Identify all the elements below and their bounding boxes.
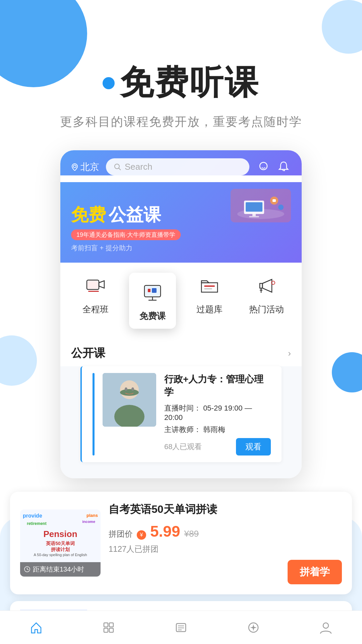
svg-rect-14 xyxy=(88,291,99,292)
quick-menu: 全程班 免费课 xyxy=(60,263,302,339)
list-icon xyxy=(174,621,188,634)
megaphone-icon xyxy=(253,273,280,300)
menu-item-hot-activity[interactable]: 热门活动 xyxy=(243,273,290,329)
word-pension: Pension xyxy=(43,529,77,539)
search-bar[interactable]: Search xyxy=(106,158,249,175)
message-icon[interactable] xyxy=(256,160,271,174)
blue-bar-accent xyxy=(93,373,95,455)
video-icon xyxy=(82,273,109,300)
header-icons xyxy=(256,160,291,174)
menu-label-question-bank: 过题库 xyxy=(196,304,223,315)
product-thumb-subtitle: A 50-day spelling plan of English xyxy=(34,553,87,557)
home-icon xyxy=(29,621,43,634)
teacher-photo xyxy=(103,373,156,427)
menu-label-quanchengban: 全程班 xyxy=(82,304,109,315)
menu-item-quanchengban[interactable]: 全程班 xyxy=(72,273,119,329)
watch-button[interactable]: 观看 xyxy=(236,438,271,455)
word-provide: provide xyxy=(23,513,42,519)
svg-rect-10 xyxy=(273,199,276,202)
location-icon xyxy=(71,163,78,171)
svg-rect-7 xyxy=(252,213,256,216)
section-more-link[interactable]: › xyxy=(288,348,291,359)
search-icon xyxy=(114,163,121,171)
product-card-1: provide plans retirement income Pension … xyxy=(10,492,352,594)
svg-rect-41 xyxy=(104,628,108,632)
price-current: 5.99 xyxy=(150,522,180,540)
banner-course-label: 公益课 xyxy=(109,203,161,227)
svg-rect-20 xyxy=(152,288,157,293)
course-footer: 68人已观看 观看 xyxy=(164,438,271,455)
product-title-1: 自考英语50天单词拼读 xyxy=(109,502,342,517)
hero-dot-icon xyxy=(103,77,115,89)
course-broadcast-time: 直播时间： 05-29 19:00 — 20:00 xyxy=(164,403,271,422)
app-banner: 免费 公益课 19年通关必备指南·大牛师资直播带学 考前扫盲 + 提分助力 xyxy=(60,182,302,263)
price-label: 拼团价 xyxy=(109,529,133,539)
banner-free-label: 免费 xyxy=(71,203,106,227)
svg-point-0 xyxy=(73,165,76,168)
svg-rect-40 xyxy=(109,623,113,627)
svg-point-48 xyxy=(323,623,328,628)
course-teacher: 主讲教师： 韩雨梅 xyxy=(164,425,271,435)
word-income: income xyxy=(82,520,95,524)
course-info: 行政+人力专：管理心理学 直播时间： 05-29 19:00 — 20:00 主… xyxy=(164,373,271,455)
group-buy-button[interactable]: 拼着学 xyxy=(288,560,342,584)
svg-point-30 xyxy=(125,387,127,391)
svg-rect-8 xyxy=(249,216,259,217)
banner-title-row: 免费 公益课 xyxy=(71,189,291,227)
price-icon: ¥ xyxy=(137,530,146,540)
product-thumb-timer: 距离结束134小时 xyxy=(20,562,101,577)
menu-item-question-bank[interactable]: 过题库 xyxy=(186,273,233,329)
svg-rect-42 xyxy=(109,628,113,632)
menu-label-free-course: 免费课 xyxy=(139,310,166,322)
hero-section: 免费听课 更多科目的课程免费开放，重要考点随时学 xyxy=(0,0,362,130)
product-thumb-title: 英语50天单词拼读计划 xyxy=(43,541,77,553)
bg-circle-left-mid xyxy=(0,335,37,386)
menu-item-free-course[interactable]: 免费课 xyxy=(129,273,176,329)
location-text: 北京 xyxy=(80,161,99,173)
banner-illustration xyxy=(234,191,288,221)
price-original: ¥89 xyxy=(184,529,199,539)
teacher-name: 韩雨梅 xyxy=(203,425,225,434)
menu-label-hot-activity: 热门活动 xyxy=(249,304,284,315)
svg-line-34 xyxy=(27,569,28,570)
svg-point-29 xyxy=(120,389,139,396)
svg-point-11 xyxy=(278,205,284,210)
location-label: 北京 xyxy=(71,161,99,173)
nav-item-profile[interactable] xyxy=(296,621,356,634)
nav-item-course[interactable] xyxy=(78,621,139,634)
svg-line-2 xyxy=(119,168,121,170)
word-plans: plans xyxy=(86,513,98,518)
product-info-1: 自考英语50天单词拼读 拼团价 ¥ 5.99 ¥89 1127人已拼团 拼着学 xyxy=(109,502,342,584)
section-title-open-course: 公开课 xyxy=(71,345,105,361)
bg-circle-right-mid xyxy=(332,352,362,392)
price-row: 拼团价 ¥ 5.99 ¥89 xyxy=(109,522,342,540)
svg-rect-6 xyxy=(246,202,262,212)
timer-text: 距离结束134小时 xyxy=(33,565,84,574)
folder-icon xyxy=(196,273,223,300)
person-icon xyxy=(319,621,333,634)
banner-desc: 考前扫盲 + 提分助力 xyxy=(71,244,291,253)
svg-rect-22 xyxy=(204,288,212,289)
word-retirement: retirement xyxy=(27,521,47,526)
nav-item-discover[interactable] xyxy=(223,621,284,634)
svg-point-31 xyxy=(131,387,134,391)
notification-icon[interactable] xyxy=(276,160,291,174)
banner-tag: 19年通关必备指南·大牛师资直播带学 xyxy=(71,229,181,240)
search-placeholder: Search xyxy=(125,162,152,172)
group-count: 1127人已拼团 xyxy=(109,544,342,554)
compass-icon xyxy=(247,621,260,634)
product-thumbnail-1: provide plans retirement income Pension … xyxy=(20,509,101,577)
svg-rect-39 xyxy=(104,623,108,627)
screen-icon xyxy=(139,279,166,306)
watch-count: 68人已观看 xyxy=(164,442,202,452)
clock-icon xyxy=(24,566,30,572)
nav-item-home[interactable] xyxy=(6,621,66,634)
hero-title-text: 免费听课 xyxy=(120,60,259,106)
phone-mockup: 北京 Search xyxy=(60,150,302,478)
app-header-top: 北京 Search xyxy=(71,158,291,175)
teacher-label: 主讲教师： xyxy=(164,425,201,434)
svg-rect-19 xyxy=(148,289,150,292)
broadcast-time-label: 直播时间： xyxy=(164,404,201,412)
nav-item-question[interactable] xyxy=(151,621,211,634)
hero-subtitle: 更多科目的课程免费开放，重要考点随时学 xyxy=(0,114,362,130)
